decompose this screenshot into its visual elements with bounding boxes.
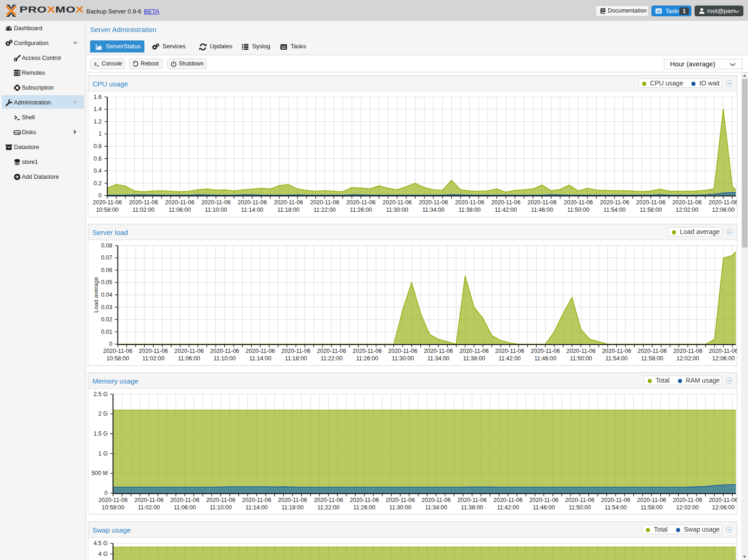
svg-text:11:50:00: 11:50:00	[570, 355, 592, 362]
svg-text:2020-11-06: 2020-11-06	[564, 199, 593, 206]
svg-text:2020-11-06: 2020-11-06	[170, 497, 200, 503]
svg-text:2020-11-06: 2020-11-06	[350, 497, 379, 503]
svg-text:11:34:00: 11:34:00	[425, 504, 447, 511]
svg-text:0.05: 0.05	[101, 279, 112, 286]
svg-text:1.5 G: 1.5 G	[93, 430, 108, 437]
svg-text:2020-11-06: 2020-11-06	[601, 497, 630, 503]
svg-text:2020-11-06: 2020-11-06	[165, 199, 195, 206]
svg-text:11:46:00: 11:46:00	[534, 355, 557, 362]
svg-text:2020-11-06: 2020-11-06	[129, 199, 158, 206]
svg-text:11:14:00: 11:14:00	[241, 207, 263, 213]
svg-text:2020-11-06: 2020-11-06	[310, 199, 339, 206]
svg-text:2020-11-06: 2020-11-06	[636, 199, 665, 206]
svg-text:2020-11-06: 2020-11-06	[98, 497, 128, 503]
svg-text:10:58:00: 10:58:00	[106, 355, 129, 362]
svg-text:11:02:00: 11:02:00	[132, 207, 155, 213]
svg-text:11:06:00: 11:06:00	[178, 355, 200, 362]
svg-text:11:42:00: 11:42:00	[497, 504, 519, 511]
svg-text:11:54:00: 11:54:00	[605, 504, 627, 511]
svg-text:11:34:00: 11:34:00	[427, 355, 449, 362]
svg-text:11:26:00: 11:26:00	[353, 504, 376, 511]
svg-text:2020-11-06: 2020-11-06	[602, 348, 631, 354]
svg-text:11:42:00: 11:42:00	[495, 207, 517, 213]
svg-text:0.6: 0.6	[94, 156, 102, 162]
svg-text:11:06:00: 11:06:00	[174, 504, 196, 511]
svg-text:11:06:00: 11:06:00	[169, 207, 191, 213]
svg-text:2020-11-06: 2020-11-06	[457, 497, 487, 503]
svg-text:2020-11-06: 2020-11-06	[210, 348, 239, 354]
svg-text:11:58:00: 11:58:00	[640, 207, 662, 213]
svg-text:4 G: 4 G	[98, 551, 108, 557]
svg-text:2020-11-06: 2020-11-06	[565, 497, 594, 503]
svg-text:2020-11-06: 2020-11-06	[531, 348, 560, 354]
svg-text:10:58:00: 10:58:00	[102, 504, 124, 511]
svg-text:2020-11-06: 2020-11-06	[238, 199, 267, 206]
svg-text:2020-11-06: 2020-11-06	[637, 497, 666, 503]
svg-text:2020-11-06: 2020-11-06	[709, 348, 737, 354]
svg-text:2020-11-06: 2020-11-06	[459, 348, 488, 354]
svg-text:2020-11-06: 2020-11-06	[529, 497, 559, 503]
svg-text:0.03: 0.03	[101, 304, 112, 311]
svg-text:1: 1	[98, 130, 102, 137]
svg-text:1 G: 1 G	[98, 450, 108, 457]
svg-text:2020-11-06: 2020-11-06	[673, 348, 702, 354]
svg-text:11:58:00: 11:58:00	[641, 355, 663, 362]
svg-text:11:18:00: 11:18:00	[277, 207, 299, 213]
svg-text:2020-11-06: 2020-11-06	[495, 348, 524, 354]
svg-text:2020-11-06: 2020-11-06	[281, 348, 311, 354]
svg-text:2020-11-06: 2020-11-06	[103, 348, 132, 354]
svg-text:11:46:00: 11:46:00	[533, 504, 555, 511]
svg-text:2020-11-06: 2020-11-06	[491, 199, 520, 206]
svg-text:11:18:00: 11:18:00	[285, 355, 307, 362]
svg-text:2020-11-06: 2020-11-06	[314, 497, 343, 503]
svg-text:11:38:00: 11:38:00	[459, 207, 481, 213]
svg-text:1.6: 1.6	[94, 94, 102, 100]
svg-text:0: 0	[109, 341, 112, 347]
svg-text:2020-11-06: 2020-11-06	[246, 348, 275, 354]
svg-text:0.04: 0.04	[101, 292, 112, 298]
svg-text:2020-11-06: 2020-11-06	[493, 497, 522, 503]
svg-text:11:46:00: 11:46:00	[531, 207, 553, 213]
svg-text:0.06: 0.06	[101, 267, 112, 273]
svg-text:11:22:00: 11:22:00	[318, 504, 340, 511]
svg-text:11:18:00: 11:18:00	[281, 504, 304, 511]
svg-text:11:30:00: 11:30:00	[386, 207, 408, 213]
svg-text:2020-11-06: 2020-11-06	[709, 199, 737, 206]
svg-text:2020-11-06: 2020-11-06	[317, 348, 346, 354]
svg-text:2020-11-06: 2020-11-06	[709, 497, 737, 503]
svg-text:2020-11-06: 2020-11-06	[202, 199, 231, 206]
svg-text:10:58:00: 10:58:00	[96, 207, 119, 213]
svg-text:2020-11-06: 2020-11-06	[352, 348, 382, 354]
svg-text:2020-11-06: 2020-11-06	[673, 497, 702, 503]
svg-text:0.8: 0.8	[94, 143, 102, 150]
svg-text:11:02:00: 11:02:00	[142, 355, 164, 362]
svg-text:11:26:00: 11:26:00	[356, 355, 378, 362]
svg-text:0.08: 0.08	[101, 242, 112, 249]
svg-text:2020-11-06: 2020-11-06	[206, 497, 235, 503]
svg-text:11:26:00: 11:26:00	[350, 207, 372, 213]
svg-text:2020-11-06: 2020-11-06	[383, 199, 412, 206]
svg-text:11:10:00: 11:10:00	[210, 504, 232, 511]
svg-text:12:06:00: 12:06:00	[712, 355, 735, 362]
svg-text:2020-11-06: 2020-11-06	[346, 199, 376, 206]
svg-text:2020-11-06: 2020-11-06	[274, 199, 303, 206]
svg-text:11:34:00: 11:34:00	[423, 207, 445, 213]
svg-text:500 M: 500 M	[91, 470, 108, 476]
svg-text:12:02:00: 12:02:00	[676, 207, 698, 213]
svg-text:0.02: 0.02	[101, 316, 112, 323]
svg-text:11:38:00: 11:38:00	[463, 355, 485, 362]
svg-text:0.4: 0.4	[94, 168, 102, 174]
svg-text:11:38:00: 11:38:00	[461, 504, 483, 511]
svg-text:2020-11-06: 2020-11-06	[637, 348, 667, 354]
svg-text:11:22:00: 11:22:00	[313, 207, 336, 213]
svg-text:2020-11-06: 2020-11-06	[600, 199, 629, 206]
svg-text:2020-11-06: 2020-11-06	[455, 199, 484, 206]
svg-text:11:30:00: 11:30:00	[389, 504, 411, 511]
svg-text:2020-11-06: 2020-11-06	[424, 348, 453, 354]
svg-text:11:14:00: 11:14:00	[246, 504, 268, 511]
svg-text:11:42:00: 11:42:00	[499, 355, 521, 362]
svg-text:2020-11-06: 2020-11-06	[242, 497, 271, 503]
svg-text:11:30:00: 11:30:00	[392, 355, 414, 362]
svg-text:2020-11-06: 2020-11-06	[175, 348, 204, 354]
svg-text:12:02:00: 12:02:00	[676, 355, 699, 362]
